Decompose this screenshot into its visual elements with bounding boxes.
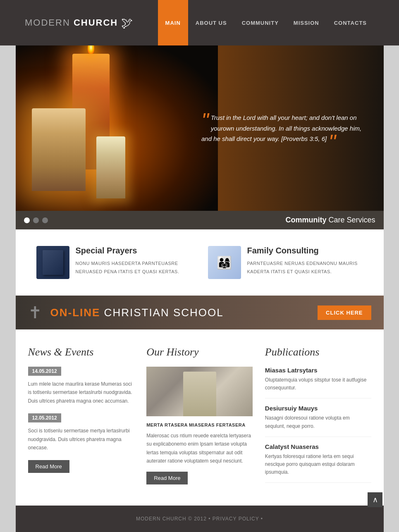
history-column: Our History MERTA RTASERA MIASERAS FERTA… xyxy=(146,346,253,489)
candle-flame-1 xyxy=(88,45,94,54)
dot-1[interactable] xyxy=(24,217,30,223)
service-family-text: PARNTEUASRE NERUAS EDENANONU MAURIS KADE… xyxy=(247,260,363,276)
main-nav: MAIN ABOUT US COMMUNITY MISSION CONTACTS xyxy=(158,0,374,45)
scroll-to-top-button[interactable]: ∧ xyxy=(368,492,382,507)
service-family: 👨‍👩‍👧 Family Consulting PARNTEUASRE NERU… xyxy=(208,246,363,279)
banner-text-orange: ON-LINE xyxy=(50,306,100,319)
slider-caption-bold: Community xyxy=(285,216,326,224)
news-text-1: Lum mlele lacne maurlira kerase Mumeras … xyxy=(28,380,134,405)
service-family-title: Family Consulting xyxy=(247,246,363,255)
slider-dots xyxy=(24,217,286,223)
bible-icon xyxy=(36,246,69,279)
news-date-1: 14.05.2012 xyxy=(28,367,61,376)
hero-slider: " Trust in the Lord with all your heart;… xyxy=(16,45,384,211)
service-prayers-text: NONU MAURIS HASEDERTA PARNTEUASRE NERUAS… xyxy=(76,260,191,276)
nav-item-main[interactable]: MAIN xyxy=(158,0,188,45)
service-prayers-title: Special Prayers xyxy=(76,246,191,255)
header: MODERN CHURCH 🕊 MAIN ABOUT US COMMUNITY … xyxy=(0,0,399,45)
footer: MODERN CHURCH © 2012 • PRIVACY POLICY • xyxy=(16,506,384,532)
nav-item-mission[interactable]: MISSION xyxy=(286,0,327,45)
history-read-more-button[interactable]: Read More xyxy=(146,472,188,484)
hero-quote: " Trust in the Lord with all your heart;… xyxy=(201,112,367,144)
service-family-content: Family Consulting PARNTEUASRE NERUAS EDE… xyxy=(247,246,363,279)
family-icon: 👨‍👩‍👧 xyxy=(208,246,241,279)
logo-text: MODERN CHURCH xyxy=(25,17,118,28)
news-date-2: 12.05.2012 xyxy=(28,413,61,422)
quote-text: Trust in the Lord with all your heart; a… xyxy=(201,114,361,142)
publication-3: Calatyst Nuaseras Kertyas foloresqui rat… xyxy=(265,443,371,483)
main-content: " Trust in the Lord with all your heart;… xyxy=(16,45,384,532)
slider-caption-rest: Care Services xyxy=(326,216,375,224)
cross-icon: ✝ xyxy=(28,303,42,322)
history-text: Malerosac cus ntium reuede earelcta lert… xyxy=(146,432,253,465)
news-read-more-button[interactable]: Read More xyxy=(28,460,69,473)
quote-open-icon: " xyxy=(201,110,209,131)
publication-2: Desiursuiy Mauys Nasagni doloresoui rati… xyxy=(265,405,371,437)
pub-text-1: Oluptatemquia volups sitsptur tose it au… xyxy=(265,376,371,392)
publications-title: Publications xyxy=(265,346,371,358)
banner-click-here-button[interactable]: CLICK HERE xyxy=(318,305,371,320)
banner-text-white: CHRISTIAN SCHOOL xyxy=(100,306,223,319)
history-image xyxy=(146,367,253,416)
news-item-2: 12.05.2012 Soci is totlsenlu sermertase … xyxy=(28,413,134,473)
dove-icon: 🕊 xyxy=(121,16,133,30)
news-title: News & Events xyxy=(28,346,134,358)
slider-bar: Community Care Services xyxy=(16,211,384,229)
dot-2[interactable] xyxy=(33,217,39,223)
candle-2 xyxy=(32,108,86,191)
quote-close-icon: " xyxy=(328,131,336,154)
services-section: Special Prayers NONU MAURIS HASEDERTA PA… xyxy=(16,229,384,296)
nav-item-community[interactable]: COMMUNITY xyxy=(234,0,286,45)
pub-title-2: Desiursuiy Mauys xyxy=(265,405,371,412)
news-item-1: 14.05.2012 Lum mlele lacne maurlira kera… xyxy=(28,367,134,405)
pub-title-3: Calatyst Nuaseras xyxy=(265,443,371,450)
banner-text: ON-LINE CHRISTIAN SCHOOL xyxy=(50,306,310,319)
dot-3[interactable] xyxy=(42,217,48,223)
slider-caption: Community Care Services xyxy=(285,216,375,224)
candle-3 xyxy=(96,136,125,198)
news-events-column: News & Events 14.05.2012 Lum mlele lacne… xyxy=(28,346,134,489)
news-text-2: Soci is totlsenlu sermertase mertya lert… xyxy=(28,427,134,452)
service-prayers: Special Prayers NONU MAURIS HASEDERTA PA… xyxy=(36,246,191,279)
pub-text-3: Kertyas foloresqui ratione lerta em sequ… xyxy=(265,453,371,477)
candle-area xyxy=(16,45,218,211)
logo-text-church: CHURCH xyxy=(74,17,118,28)
history-title: Our History xyxy=(146,346,253,358)
online-school-banner: ✝ ON-LINE CHRISTIAN SCHOOL CLICK HERE xyxy=(16,296,384,329)
logo-text-modern: MODERN xyxy=(25,17,74,28)
logo: MODERN CHURCH 🕊 xyxy=(25,16,158,30)
nav-item-contacts[interactable]: CONTACTS xyxy=(327,0,374,45)
publications-column: Publications Miasas Latrsytars Oluptatem… xyxy=(265,346,371,489)
history-subtitle: MERTA RTASERA MIASERAS FERTASERA xyxy=(146,422,253,427)
service-prayers-content: Special Prayers NONU MAURIS HASEDERTA PA… xyxy=(76,246,191,279)
pub-title-1: Miasas Latrsytars xyxy=(265,367,371,374)
pub-text-2: Nasagni doloresoui ratione volupta em se… xyxy=(265,414,371,430)
nav-item-about[interactable]: ABOUT US xyxy=(188,0,234,45)
footer-text: MODERN CHURCH © 2012 • PRIVACY POLICY • xyxy=(26,516,373,522)
publication-1: Miasas Latrsytars Oluptatemquia volups s… xyxy=(265,367,371,398)
three-column-section: News & Events 14.05.2012 Lum mlele lacne… xyxy=(16,329,384,506)
